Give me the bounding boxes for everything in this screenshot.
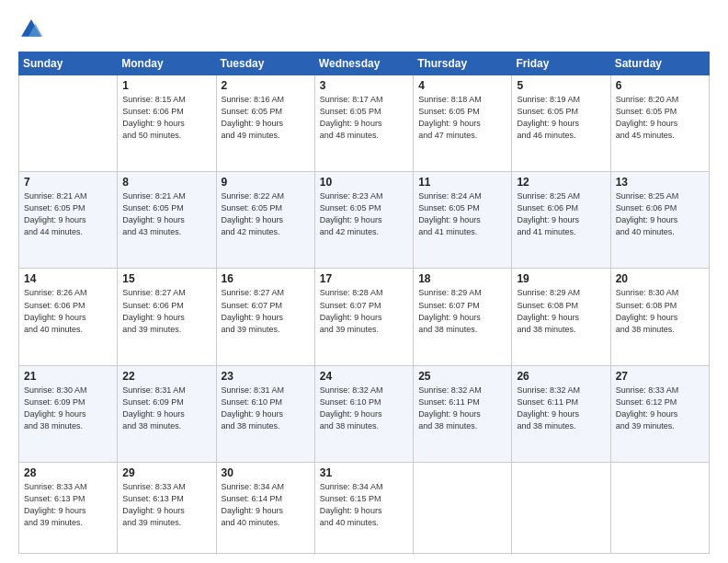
- header-cell-saturday: Saturday: [610, 52, 709, 75]
- day-number: 10: [320, 176, 408, 189]
- logo-icon: [18, 17, 44, 42]
- day-number: 27: [616, 370, 704, 383]
- day-detail: Sunrise: 8:33 AMSunset: 6:13 PMDaylight:…: [24, 481, 112, 529]
- day-detail: Sunrise: 8:27 AMSunset: 6:06 PMDaylight:…: [122, 287, 210, 335]
- calendar-cell: 13Sunrise: 8:25 AMSunset: 6:06 PMDayligh…: [610, 172, 709, 269]
- day-number: 11: [418, 176, 506, 189]
- calendar-cell: 29Sunrise: 8:33 AMSunset: 6:13 PMDayligh…: [118, 462, 216, 553]
- calendar-cell: 22Sunrise: 8:31 AMSunset: 6:09 PMDayligh…: [118, 365, 216, 462]
- day-number: 23: [222, 370, 310, 383]
- day-number: 31: [320, 466, 408, 479]
- day-detail: Sunrise: 8:32 AMSunset: 6:11 PMDaylight:…: [517, 385, 605, 432]
- day-detail: Sunrise: 8:24 AMSunset: 6:05 PMDaylight:…: [418, 190, 506, 238]
- header-cell-thursday: Thursday: [414, 52, 512, 75]
- day-detail: Sunrise: 8:32 AMSunset: 6:10 PMDaylight:…: [320, 385, 408, 432]
- week-row-0: 1Sunrise: 8:15 AMSunset: 6:06 PMDaylight…: [19, 75, 710, 172]
- calendar-body: 1Sunrise: 8:15 AMSunset: 6:06 PMDaylight…: [19, 75, 710, 554]
- calendar-cell: 17Sunrise: 8:28 AMSunset: 6:07 PMDayligh…: [314, 269, 413, 365]
- day-detail: Sunrise: 8:25 AMSunset: 6:06 PMDaylight:…: [616, 190, 704, 238]
- day-detail: Sunrise: 8:33 AMSunset: 6:12 PMDaylight:…: [616, 385, 704, 432]
- calendar-cell: [610, 462, 709, 553]
- day-detail: Sunrise: 8:23 AMSunset: 6:05 PMDaylight:…: [320, 190, 408, 238]
- day-detail: Sunrise: 8:17 AMSunset: 6:05 PMDaylight:…: [320, 94, 408, 142]
- calendar-cell: 21Sunrise: 8:30 AMSunset: 6:09 PMDayligh…: [19, 365, 118, 462]
- day-number: 2: [222, 79, 310, 92]
- day-detail: Sunrise: 8:29 AMSunset: 6:08 PMDaylight:…: [517, 287, 605, 335]
- header-cell-friday: Friday: [512, 52, 610, 75]
- day-number: 4: [418, 79, 506, 92]
- header-cell-monday: Monday: [118, 52, 216, 75]
- calendar-cell: 4Sunrise: 8:18 AMSunset: 6:05 PMDaylight…: [414, 75, 512, 172]
- header: [18, 17, 710, 42]
- day-number: 6: [616, 79, 704, 92]
- calendar-cell: 26Sunrise: 8:32 AMSunset: 6:11 PMDayligh…: [512, 365, 610, 462]
- day-number: 21: [24, 370, 112, 383]
- calendar-cell: 7Sunrise: 8:21 AMSunset: 6:05 PMDaylight…: [19, 172, 118, 269]
- calendar-cell: 16Sunrise: 8:27 AMSunset: 6:07 PMDayligh…: [216, 269, 314, 365]
- day-number: 7: [24, 176, 112, 189]
- day-detail: Sunrise: 8:21 AMSunset: 6:05 PMDaylight:…: [122, 190, 210, 238]
- calendar-cell: [414, 462, 512, 553]
- logo: [18, 17, 48, 42]
- calendar-cell: 9Sunrise: 8:22 AMSunset: 6:05 PMDaylight…: [216, 172, 314, 269]
- calendar-cell: 20Sunrise: 8:30 AMSunset: 6:08 PMDayligh…: [610, 269, 709, 365]
- day-detail: Sunrise: 8:29 AMSunset: 6:07 PMDaylight:…: [418, 287, 506, 335]
- week-row-2: 14Sunrise: 8:26 AMSunset: 6:06 PMDayligh…: [19, 269, 710, 365]
- day-number: 3: [320, 79, 408, 92]
- day-number: 1: [122, 79, 210, 92]
- header-cell-tuesday: Tuesday: [216, 52, 314, 75]
- calendar-cell: 27Sunrise: 8:33 AMSunset: 6:12 PMDayligh…: [610, 365, 709, 462]
- calendar-cell: 15Sunrise: 8:27 AMSunset: 6:06 PMDayligh…: [118, 269, 216, 365]
- day-number: 14: [24, 272, 112, 285]
- day-detail: Sunrise: 8:30 AMSunset: 6:08 PMDaylight:…: [616, 287, 704, 335]
- day-detail: Sunrise: 8:16 AMSunset: 6:05 PMDaylight:…: [222, 94, 310, 142]
- day-number: 9: [222, 176, 310, 189]
- calendar-cell: 2Sunrise: 8:16 AMSunset: 6:05 PMDaylight…: [216, 75, 314, 172]
- day-detail: Sunrise: 8:33 AMSunset: 6:13 PMDaylight:…: [122, 481, 210, 529]
- day-number: 12: [517, 176, 605, 189]
- day-number: 16: [222, 272, 310, 285]
- day-number: 30: [222, 466, 310, 479]
- day-detail: Sunrise: 8:27 AMSunset: 6:07 PMDaylight:…: [222, 287, 310, 335]
- day-number: 28: [24, 466, 112, 479]
- day-detail: Sunrise: 8:21 AMSunset: 6:05 PMDaylight:…: [24, 190, 112, 238]
- day-detail: Sunrise: 8:26 AMSunset: 6:06 PMDaylight:…: [24, 287, 112, 335]
- day-detail: Sunrise: 8:18 AMSunset: 6:05 PMDaylight:…: [418, 94, 506, 142]
- header-cell-wednesday: Wednesday: [314, 52, 413, 75]
- calendar-table: SundayMondayTuesdayWednesdayThursdayFrid…: [18, 52, 710, 554]
- day-detail: Sunrise: 8:22 AMSunset: 6:05 PMDaylight:…: [222, 190, 310, 238]
- calendar-cell: [19, 75, 118, 172]
- calendar-cell: 11Sunrise: 8:24 AMSunset: 6:05 PMDayligh…: [414, 172, 512, 269]
- calendar-header: SundayMondayTuesdayWednesdayThursdayFrid…: [19, 52, 710, 75]
- week-row-3: 21Sunrise: 8:30 AMSunset: 6:09 PMDayligh…: [19, 365, 710, 462]
- calendar-cell: 1Sunrise: 8:15 AMSunset: 6:06 PMDaylight…: [118, 75, 216, 172]
- day-number: 18: [418, 272, 506, 285]
- day-number: 8: [122, 176, 210, 189]
- calendar-cell: 30Sunrise: 8:34 AMSunset: 6:14 PMDayligh…: [216, 462, 314, 553]
- day-number: 22: [122, 370, 210, 383]
- day-number: 29: [122, 466, 210, 479]
- calendar-cell: 25Sunrise: 8:32 AMSunset: 6:11 PMDayligh…: [414, 365, 512, 462]
- calendar-cell: [512, 462, 610, 553]
- day-detail: Sunrise: 8:20 AMSunset: 6:05 PMDaylight:…: [616, 94, 704, 142]
- day-number: 17: [320, 272, 408, 285]
- header-row: SundayMondayTuesdayWednesdayThursdayFrid…: [19, 52, 710, 75]
- day-detail: Sunrise: 8:15 AMSunset: 6:06 PMDaylight:…: [122, 94, 210, 142]
- day-detail: Sunrise: 8:32 AMSunset: 6:11 PMDaylight:…: [418, 385, 506, 432]
- calendar-cell: 6Sunrise: 8:20 AMSunset: 6:05 PMDaylight…: [610, 75, 709, 172]
- day-number: 13: [616, 176, 704, 189]
- day-detail: Sunrise: 8:25 AMSunset: 6:06 PMDaylight:…: [517, 190, 605, 238]
- day-number: 19: [517, 272, 605, 285]
- day-number: 26: [517, 370, 605, 383]
- day-number: 5: [517, 79, 605, 92]
- day-number: 15: [122, 272, 210, 285]
- day-detail: Sunrise: 8:31 AMSunset: 6:10 PMDaylight:…: [222, 385, 310, 432]
- day-detail: Sunrise: 8:34 AMSunset: 6:14 PMDaylight:…: [222, 481, 310, 529]
- day-detail: Sunrise: 8:34 AMSunset: 6:15 PMDaylight:…: [320, 481, 408, 529]
- calendar-cell: 10Sunrise: 8:23 AMSunset: 6:05 PMDayligh…: [314, 172, 413, 269]
- calendar-cell: 3Sunrise: 8:17 AMSunset: 6:05 PMDaylight…: [314, 75, 413, 172]
- day-number: 25: [418, 370, 506, 383]
- day-detail: Sunrise: 8:30 AMSunset: 6:09 PMDaylight:…: [24, 385, 112, 432]
- day-number: 20: [616, 272, 704, 285]
- week-row-4: 28Sunrise: 8:33 AMSunset: 6:13 PMDayligh…: [19, 462, 710, 553]
